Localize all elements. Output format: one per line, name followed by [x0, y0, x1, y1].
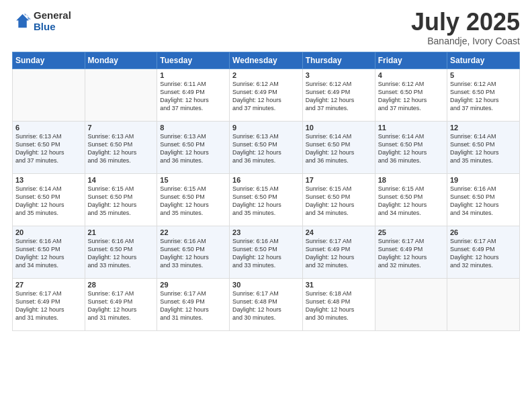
sunset-text: Sunset: 6:49 PM [88, 298, 133, 305]
daylight-minutes-text: and 35 minutes. [15, 210, 58, 216]
day-number: 18 [378, 176, 444, 184]
sunset-text: Sunset: 6:50 PM [450, 89, 495, 95]
daylight-hours-text: Daylight: 12 hours [88, 201, 137, 208]
sunset-text: Sunset: 6:50 PM [88, 246, 133, 253]
logo-icon [12, 12, 31, 31]
sunset-text: Sunset: 6:50 PM [15, 193, 60, 200]
sunset-text: Sunset: 6:49 PM [232, 89, 277, 95]
table-row: 20Sunrise: 6:16 AMSunset: 6:50 PMDayligh… [13, 226, 85, 279]
day-number: 7 [88, 124, 154, 132]
day-number: 29 [160, 281, 226, 289]
day-info: Sunrise: 6:16 AMSunset: 6:50 PMDaylight:… [88, 237, 154, 270]
daylight-hours-text: Daylight: 12 hours [88, 306, 137, 313]
sunset-text: Sunset: 6:50 PM [88, 141, 133, 148]
table-row: 12Sunrise: 6:14 AMSunset: 6:50 PMDayligh… [447, 122, 520, 174]
sunrise-text: Sunrise: 6:17 AM [88, 290, 134, 297]
daylight-minutes-text: and 33 minutes. [160, 262, 203, 269]
day-info: Sunrise: 6:11 AMSunset: 6:49 PMDaylight:… [160, 80, 226, 113]
daylight-minutes-text: and 35 minutes. [450, 157, 493, 164]
table-row: 18Sunrise: 6:15 AMSunset: 6:50 PMDayligh… [375, 174, 447, 226]
day-number: 20 [15, 228, 82, 236]
daylight-minutes-text: and 36 minutes. [232, 157, 275, 164]
day-info: Sunrise: 6:12 AMSunset: 6:50 PMDaylight:… [378, 80, 444, 113]
sunrise-text: Sunrise: 6:16 AM [160, 238, 206, 244]
day-number: 23 [232, 228, 300, 236]
daylight-hours-text: Daylight: 12 hours [232, 306, 281, 313]
day-info: Sunrise: 6:14 AMSunset: 6:50 PMDaylight:… [378, 132, 444, 165]
sunrise-text: Sunrise: 6:16 AM [15, 238, 62, 244]
header-saturday: Saturday [447, 52, 520, 69]
daylight-minutes-text: and 32 minutes. [306, 262, 349, 269]
day-info: Sunrise: 6:17 AMSunset: 6:49 PMDaylight:… [450, 237, 517, 270]
day-number: 25 [378, 228, 444, 236]
day-number: 3 [306, 71, 372, 79]
day-number: 30 [232, 281, 300, 289]
daylight-minutes-text: and 33 minutes. [232, 262, 275, 269]
table-row: 5Sunrise: 6:12 AMSunset: 6:50 PMDaylight… [447, 69, 520, 122]
day-info: Sunrise: 6:12 AMSunset: 6:49 PMDaylight:… [306, 80, 372, 113]
day-number: 12 [450, 124, 517, 132]
day-info: Sunrise: 6:15 AMSunset: 6:50 PMDaylight:… [378, 185, 444, 218]
svg-marker-0 [16, 14, 29, 28]
daylight-hours-text: Daylight: 12 hours [232, 201, 281, 208]
table-row: 10Sunrise: 6:14 AMSunset: 6:50 PMDayligh… [302, 122, 375, 174]
day-number: 27 [15, 281, 82, 289]
table-row: 11Sunrise: 6:14 AMSunset: 6:50 PMDayligh… [375, 122, 447, 174]
daylight-hours-text: Daylight: 12 hours [306, 97, 355, 103]
daylight-hours-text: Daylight: 12 hours [378, 97, 427, 103]
daylight-minutes-text: and 34 minutes. [306, 210, 349, 216]
calendar-table: Sunday Monday Tuesday Wednesday Thursday… [12, 52, 520, 331]
sunset-text: Sunset: 6:50 PM [450, 193, 495, 200]
day-number: 8 [160, 124, 226, 132]
table-row [375, 279, 447, 331]
daylight-minutes-text: and 30 minutes. [232, 314, 275, 321]
sunset-text: Sunset: 6:50 PM [306, 141, 351, 148]
sunset-text: Sunset: 6:50 PM [232, 246, 277, 253]
daylight-minutes-text: and 37 minutes. [232, 105, 275, 111]
sunset-text: Sunset: 6:50 PM [15, 141, 60, 148]
day-info: Sunrise: 6:12 AMSunset: 6:49 PMDaylight:… [232, 80, 300, 113]
day-info: Sunrise: 6:15 AMSunset: 6:50 PMDaylight:… [160, 185, 226, 218]
daylight-minutes-text: and 30 minutes. [306, 314, 349, 321]
sunrise-text: Sunrise: 6:16 AM [88, 238, 134, 244]
table-row: 8Sunrise: 6:13 AMSunset: 6:50 PMDaylight… [157, 122, 230, 174]
day-number: 31 [306, 281, 372, 289]
daylight-hours-text: Daylight: 12 hours [160, 306, 209, 313]
daylight-minutes-text: and 37 minutes. [450, 105, 493, 111]
day-info: Sunrise: 6:14 AMSunset: 6:50 PMDaylight:… [450, 132, 517, 165]
header-tuesday: Tuesday [157, 52, 230, 69]
sunrise-text: Sunrise: 6:18 AM [306, 290, 352, 297]
day-number: 15 [160, 176, 226, 184]
day-number: 6 [15, 124, 82, 132]
sunset-text: Sunset: 6:50 PM [378, 193, 423, 200]
table-row: 19Sunrise: 6:16 AMSunset: 6:50 PMDayligh… [447, 174, 520, 226]
day-info: Sunrise: 6:17 AMSunset: 6:49 PMDaylight:… [160, 289, 226, 322]
table-row: 13Sunrise: 6:14 AMSunset: 6:50 PMDayligh… [13, 174, 85, 226]
header-friday: Friday [375, 52, 447, 69]
day-info: Sunrise: 6:15 AMSunset: 6:50 PMDaylight:… [88, 185, 154, 218]
day-info: Sunrise: 6:13 AMSunset: 6:50 PMDaylight:… [160, 132, 226, 165]
daylight-minutes-text: and 36 minutes. [306, 157, 349, 164]
table-row: 29Sunrise: 6:17 AMSunset: 6:49 PMDayligh… [157, 279, 230, 331]
sunset-text: Sunset: 6:50 PM [160, 141, 205, 148]
daylight-minutes-text: and 32 minutes. [378, 262, 421, 269]
table-row: 23Sunrise: 6:16 AMSunset: 6:50 PMDayligh… [230, 226, 303, 279]
table-row: 15Sunrise: 6:15 AMSunset: 6:50 PMDayligh… [157, 174, 230, 226]
table-row: 9Sunrise: 6:13 AMSunset: 6:50 PMDaylight… [230, 122, 303, 174]
logo-text: General Blue [34, 10, 71, 32]
table-row [13, 69, 85, 122]
sunset-text: Sunset: 6:49 PM [306, 89, 351, 95]
sunset-text: Sunset: 6:49 PM [450, 246, 495, 253]
month-title: July 2025 [411, 10, 520, 34]
sunrise-text: Sunrise: 6:17 AM [306, 238, 352, 244]
logo-general-text: General [34, 10, 71, 21]
day-info: Sunrise: 6:13 AMSunset: 6:50 PMDaylight:… [15, 132, 82, 165]
sunrise-text: Sunrise: 6:12 AM [450, 81, 496, 87]
daylight-hours-text: Daylight: 12 hours [232, 149, 281, 156]
day-number: 11 [378, 124, 444, 132]
day-number: 4 [378, 71, 444, 79]
day-number: 5 [450, 71, 517, 79]
table-row: 28Sunrise: 6:17 AMSunset: 6:49 PMDayligh… [85, 279, 157, 331]
daylight-minutes-text: and 37 minutes. [306, 105, 349, 111]
day-number: 13 [15, 176, 82, 184]
